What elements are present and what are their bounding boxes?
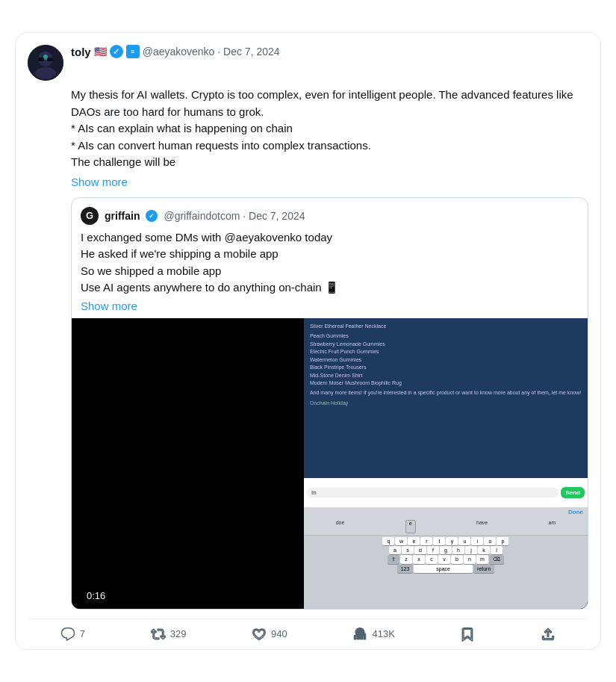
- like-action[interactable]: 940: [252, 627, 287, 642]
- bookmark-action[interactable]: [460, 627, 475, 642]
- video-timestamp: 0:16: [81, 589, 111, 603]
- quoted-avatar: G: [81, 207, 99, 225]
- retweet-icon: [151, 627, 166, 642]
- quoted-username-date: @griffaindotcom · Dec 7, 2024: [164, 210, 305, 222]
- svg-rect-7: [38, 58, 44, 61]
- quoted-tweet-body: I exchanged some DMs with @aeyakovenko t…: [72, 229, 588, 300]
- video-container[interactable]: Silver Ethereal Feather Necklace Peach G…: [72, 318, 588, 609]
- share-action[interactable]: [541, 627, 556, 642]
- avatar: [28, 45, 63, 81]
- video-inner: Silver Ethereal Feather Necklace Peach G…: [72, 318, 588, 609]
- quoted-verified-badge: ✓: [146, 210, 158, 222]
- views-icon: [352, 627, 367, 642]
- like-count: 940: [271, 628, 287, 639]
- svg-point-2: [35, 67, 56, 79]
- svg-point-6: [43, 55, 48, 59]
- views-action[interactable]: 413K: [352, 627, 394, 642]
- display-name[interactable]: toly: [71, 46, 91, 58]
- svg-rect-8: [47, 58, 53, 61]
- quoted-display-name: griffain: [105, 210, 140, 222]
- username-date: @aeyakovenko · Dec 7, 2024: [143, 46, 280, 58]
- quoted-tweet: G griffain ✓ @griffaindotcom · Dec 7, 20…: [71, 197, 588, 610]
- action-bar: 7 329 940: [28, 619, 588, 649]
- reply-count: 7: [80, 628, 85, 639]
- reply-icon: [60, 627, 75, 642]
- svg-rect-12: [364, 633, 366, 639]
- svg-rect-9: [355, 635, 357, 639]
- verified-badge: ✓: [110, 45, 123, 58]
- square-badge: ≡: [126, 45, 140, 58]
- tweet-body: My thesis for AI wallets. Crypto is too …: [71, 87, 588, 171]
- svg-rect-10: [358, 633, 360, 639]
- share-icon: [541, 627, 556, 642]
- views-count: 413K: [372, 628, 394, 639]
- heart-icon: [252, 627, 267, 642]
- retweet-action[interactable]: 329: [151, 627, 187, 642]
- flag-badge: 🇺🇸: [94, 46, 107, 58]
- show-more-quoted[interactable]: Show more: [72, 300, 588, 318]
- quoted-tweet-header: G griffain ✓ @griffaindotcom · Dec 7, 20…: [72, 198, 588, 229]
- svg-rect-11: [361, 630, 363, 639]
- bookmark-icon: [460, 627, 475, 642]
- reply-action[interactable]: 7: [60, 627, 85, 642]
- tweet-card: toly 🇺🇸 ✓ ≡ @aeyakovenko · Dec 7, 2024 M…: [15, 32, 601, 649]
- retweet-count: 329: [170, 628, 187, 639]
- user-info: toly 🇺🇸 ✓ ≡ @aeyakovenko · Dec 7, 2024: [71, 45, 280, 58]
- tweet-header: toly 🇺🇸 ✓ ≡ @aeyakovenko · Dec 7, 2024: [28, 45, 588, 81]
- show-more-main[interactable]: Show more: [71, 176, 588, 188]
